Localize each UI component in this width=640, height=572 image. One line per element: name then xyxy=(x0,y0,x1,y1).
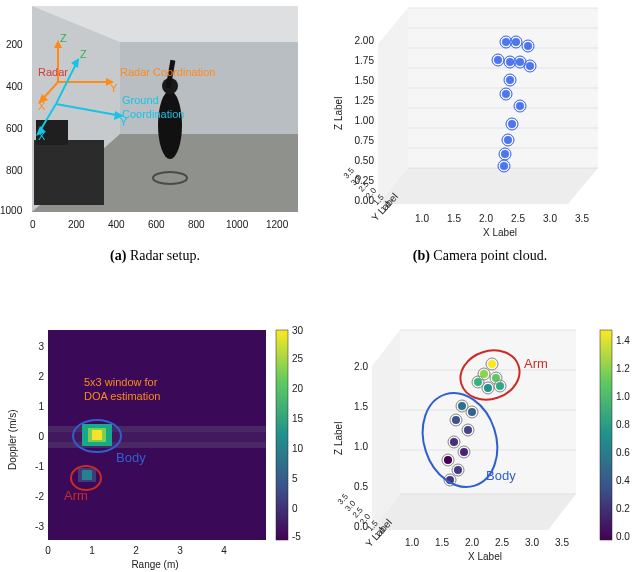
svg-text:1.00: 1.00 xyxy=(355,115,375,126)
svg-text:1: 1 xyxy=(89,545,95,556)
svg-text:1.0: 1.0 xyxy=(354,441,368,452)
axis-z-cyan: Z xyxy=(80,48,87,60)
svg-text:2.5: 2.5 xyxy=(511,213,525,224)
svg-point-147 xyxy=(450,438,458,446)
svg-text:0.6: 0.6 xyxy=(616,447,630,458)
svg-text:1.5: 1.5 xyxy=(447,213,461,224)
ann-arm-c: Arm xyxy=(64,488,88,503)
svg-text:0.75: 0.75 xyxy=(355,135,375,146)
svg-text:1.2: 1.2 xyxy=(616,363,630,374)
svg-rect-99 xyxy=(48,426,266,432)
caption-a-text: Radar setup. xyxy=(126,248,199,263)
svg-point-50 xyxy=(524,42,532,50)
svg-text:1.0: 1.0 xyxy=(415,213,429,224)
svg-rect-103 xyxy=(92,430,102,440)
svg-text:2.0: 2.0 xyxy=(479,213,493,224)
svg-point-51 xyxy=(494,56,502,64)
svg-text:1.4: 1.4 xyxy=(616,335,630,346)
svg-point-60 xyxy=(501,150,509,158)
panel-b-xticks: 1.0 1.5 2.0 2.5 3.0 3.5 xyxy=(415,213,589,224)
caption-b-text: Camera point cloud. xyxy=(430,248,547,263)
svg-point-59 xyxy=(504,136,512,144)
svg-text:-1: -1 xyxy=(35,461,44,472)
svg-text:1.25: 1.25 xyxy=(355,95,375,106)
svg-text:1.0: 1.0 xyxy=(405,537,419,548)
panel-c-plot: 5x3 window for DOA estimation Body Arm -… xyxy=(0,320,310,572)
svg-point-141 xyxy=(484,384,492,392)
svg-text:2.0: 2.0 xyxy=(465,537,479,548)
svg-point-57 xyxy=(516,102,524,110)
axis-z-orange: Z xyxy=(60,32,67,44)
svg-text:25: 25 xyxy=(292,353,304,364)
svg-point-48 xyxy=(502,38,510,46)
ann-radar: Radar xyxy=(38,66,68,78)
svg-text:10: 10 xyxy=(292,443,304,454)
panel-d-zlabel: Z Label xyxy=(333,422,344,455)
svg-text:3: 3 xyxy=(38,341,44,352)
svg-point-61 xyxy=(500,162,508,170)
panel-d-cbar-ticks: 0.0 0.2 0.4 0.6 0.8 1.0 1.2 1.4 xyxy=(616,335,630,542)
svg-marker-38 xyxy=(378,168,598,204)
svg-point-144 xyxy=(468,408,476,416)
panel-c-xlabel: Range (m) xyxy=(131,559,178,570)
svg-text:0: 0 xyxy=(45,545,51,556)
caption-b-bold: (b) xyxy=(413,248,430,263)
svg-point-53 xyxy=(516,58,524,66)
svg-text:0.8: 0.8 xyxy=(616,419,630,430)
svg-text:800: 800 xyxy=(188,219,205,230)
svg-text:600: 600 xyxy=(148,219,165,230)
axis-x-orange: X xyxy=(38,100,46,112)
svg-text:3: 3 xyxy=(177,545,183,556)
panel-a-xticks: 0 200 400 600 800 1000 1200 xyxy=(30,219,289,230)
caption-b: (b) Camera point cloud. xyxy=(330,248,630,264)
panel-b-plot: 0.00 0.25 0.50 0.75 1.00 1.25 1.50 1.75 … xyxy=(330,0,630,240)
svg-text:3.5: 3.5 xyxy=(555,537,569,548)
svg-point-8 xyxy=(158,91,182,159)
ann-arm-d: Arm xyxy=(524,356,548,371)
svg-text:15: 15 xyxy=(292,413,304,424)
svg-text:600: 600 xyxy=(6,123,23,134)
svg-text:0.0: 0.0 xyxy=(616,531,630,542)
ann-ground-coord1: Ground xyxy=(122,94,159,106)
svg-text:4: 4 xyxy=(221,545,227,556)
svg-point-149 xyxy=(444,456,452,464)
panel-c-xticks: 0 1 2 3 4 xyxy=(45,545,227,556)
svg-text:0.5: 0.5 xyxy=(354,481,368,492)
svg-point-49 xyxy=(512,38,520,46)
svg-text:-2: -2 xyxy=(35,491,44,502)
panel-b-zlabel: Z Label xyxy=(333,97,344,130)
svg-text:1.50: 1.50 xyxy=(355,75,375,86)
axis-x-cyan: X xyxy=(38,130,46,142)
svg-text:2.0: 2.0 xyxy=(354,361,368,372)
svg-text:2.00: 2.00 xyxy=(355,35,375,46)
svg-text:0.2: 0.2 xyxy=(616,503,630,514)
svg-text:0: 0 xyxy=(38,431,44,442)
panel-c-ylabel: Doppler (m/s) xyxy=(7,409,18,470)
svg-text:1.5: 1.5 xyxy=(435,537,449,548)
svg-rect-120 xyxy=(276,330,288,540)
panel-a-yticks: 200 400 600 800 1000 xyxy=(0,39,23,216)
svg-point-145 xyxy=(452,416,460,424)
svg-point-58 xyxy=(508,120,516,128)
svg-text:30: 30 xyxy=(292,325,304,336)
svg-rect-105 xyxy=(82,470,92,480)
svg-text:1000: 1000 xyxy=(226,219,249,230)
panel-c-yticks: -3 -2 -1 0 1 2 3 xyxy=(35,341,44,532)
svg-text:1: 1 xyxy=(38,401,44,412)
panel-d: Arm Body 0.0 0.5 1.0 1.5 2.0 Z Label 1.0… xyxy=(330,320,640,572)
svg-text:1.5: 1.5 xyxy=(354,401,368,412)
panel-d-plot: Arm Body 0.0 0.5 1.0 1.5 2.0 Z Label 1.0… xyxy=(330,320,640,572)
svg-point-55 xyxy=(506,76,514,84)
panel-a: Radar Radar Coordination Ground Coordina… xyxy=(0,0,310,240)
svg-text:800: 800 xyxy=(6,165,23,176)
svg-point-56 xyxy=(502,90,510,98)
panel-c: 5x3 window for DOA estimation Body Arm -… xyxy=(0,320,310,572)
svg-text:1.75: 1.75 xyxy=(355,55,375,66)
svg-point-54 xyxy=(526,62,534,70)
svg-point-142 xyxy=(496,382,504,390)
svg-marker-131 xyxy=(372,494,576,530)
svg-text:2.5: 2.5 xyxy=(495,537,509,548)
ann-ground-coord2: Coordination xyxy=(122,108,184,120)
svg-text:400: 400 xyxy=(108,219,125,230)
svg-text:0: 0 xyxy=(30,219,36,230)
